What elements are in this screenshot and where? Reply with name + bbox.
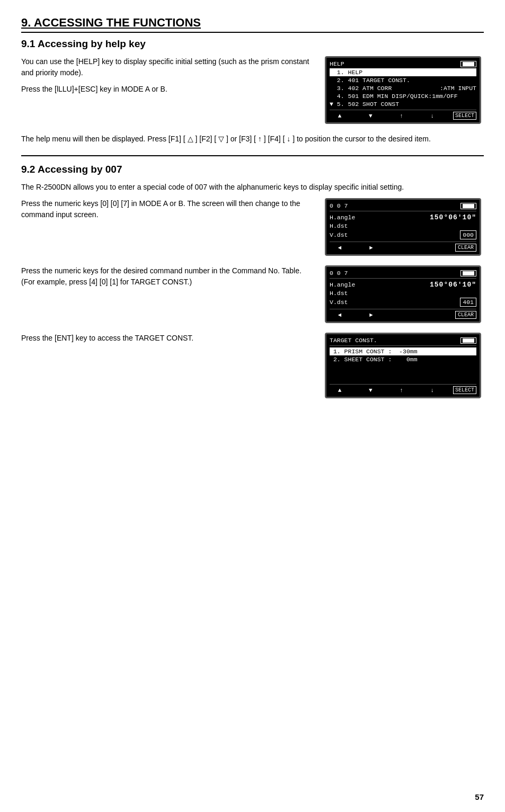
divider3 xyxy=(330,345,476,346)
target-const-footer: ▲ ▼ ↑ ↓ SELECT xyxy=(330,384,476,394)
btn-empty-1 xyxy=(392,245,412,251)
target-btn-select[interactable]: SELECT xyxy=(453,386,476,394)
page-number: 57 xyxy=(475,792,484,801)
screen-007-empty-title: 0 0 7 xyxy=(330,202,348,209)
target-const-header: TARGET CONST. xyxy=(330,337,476,344)
section-9-1-para3: The help menu will then be displayed. Pr… xyxy=(21,133,484,145)
section-9-1-para2: Press the [lLLU]+[ESC] key in MODE A or … xyxy=(21,84,314,95)
section-9-2-row2: Press the numeric keys for the desired c… xyxy=(21,265,484,323)
target-const-item-1: 1. PRISM CONST : -30mm xyxy=(330,347,476,355)
help-btn-down2[interactable]: ↓ xyxy=(422,113,442,119)
help-screen-title: HELP xyxy=(330,60,344,67)
section-9-2-text2: Press the numeric keys for the desired c… xyxy=(21,265,325,293)
screen-007-row-hdst: H.dst xyxy=(330,222,476,230)
section-9-2-text1: Press the numeric keys [0] [0] [7] in MO… xyxy=(21,198,325,226)
screen-007-row-hangle: H.angle 150°06′10″ xyxy=(330,213,476,222)
battery-icon-4 xyxy=(460,337,476,344)
screen-007-empty-vdst-box: 000 xyxy=(460,230,476,239)
screen-007-401: 0 0 7 H.angle 150°06′10″ H.dst V.dst 401 xyxy=(325,265,481,323)
screen-007-401-footer: ◄ ► CLEAR xyxy=(330,309,476,319)
help-screen-container: HELP 1. HELP 2. 401 TARGET CONST. 3. 402… xyxy=(325,56,484,124)
section-divider xyxy=(21,155,484,156)
screen-007-empty: 0 0 7 H.angle 150°06′10″ H.dst V.dst 000 xyxy=(325,198,481,256)
screen-007-empty-container: 0 0 7 H.angle 150°06′10″ H.dst V.dst 000 xyxy=(325,198,484,256)
screen-007-401-vdst-box: 401 xyxy=(460,298,476,307)
btn-right-2[interactable]: ► xyxy=(361,312,381,318)
btn-empty-2 xyxy=(424,245,444,251)
target-const-screen-container: TARGET CONST. 1. PRISM CONST : -30mm 2. … xyxy=(325,333,484,398)
screen-007-401-row-hdst: H.dst xyxy=(330,289,476,297)
screen-007-401-container: 0 0 7 H.angle 150°06′10″ H.dst V.dst 401 xyxy=(325,265,484,323)
help-btn-down[interactable]: ▼ xyxy=(360,113,380,119)
help-screen-header: HELP xyxy=(330,60,476,67)
help-item-3: 3. 402 ATM CORR :ATM INPUT xyxy=(330,84,476,92)
btn-right-1[interactable]: ► xyxy=(361,245,381,251)
screen-007-401-header: 0 0 7 xyxy=(330,270,476,276)
btn-empty-3 xyxy=(392,312,412,318)
target-const-spacer xyxy=(330,363,476,373)
target-btn-down[interactable]: ▼ xyxy=(360,387,380,394)
target-const-item-2: 2. SHEET CONST : 0mm xyxy=(330,355,476,363)
target-const-spacer2 xyxy=(330,373,476,382)
chapter-title: 9. ACCESSING THE FUNCTIONS xyxy=(21,16,484,33)
section-9-2-para2: Press the numeric keys [0] [0] [7] in MO… xyxy=(21,198,314,220)
screen-007-empty-header: 0 0 7 xyxy=(330,202,476,209)
btn-clear-1[interactable]: CLEAR xyxy=(455,244,476,252)
target-btn-up[interactable]: ▲ xyxy=(330,387,350,394)
section-9-2-row3: Press the [ENT] key to access the TARGET… xyxy=(21,333,484,398)
battery-icon xyxy=(460,61,476,67)
help-screen-footer: ▲ ▼ ↑ ↓ SELECT xyxy=(330,110,476,120)
help-btn-up2[interactable]: ↑ xyxy=(391,113,411,119)
section-9-1-para1: You can use the [HELP] key to display sp… xyxy=(21,56,314,78)
screen-007-empty-footer: ◄ ► CLEAR xyxy=(330,242,476,252)
screen-007-row-vdst: V.dst 000 xyxy=(330,230,476,240)
section-9-2-para4: Press the [ENT] key to access the TARGET… xyxy=(21,333,314,344)
btn-left-2[interactable]: ◄ xyxy=(330,312,350,318)
screen-007-401-row-vdst: V.dst 401 xyxy=(330,297,476,307)
btn-left-1[interactable]: ◄ xyxy=(330,245,350,251)
section-9-2-title: 9.2 Accessing by 007 xyxy=(21,164,484,175)
screen-007-401-title: 0 0 7 xyxy=(330,270,348,276)
target-const-title: TARGET CONST. xyxy=(330,337,377,344)
divider xyxy=(330,211,476,211)
section-9-1-content: You can use the [HELP] key to display sp… xyxy=(21,56,484,124)
screen-007-401-row-hangle: H.angle 150°06′10″ xyxy=(330,280,476,289)
help-item-2: 2. 401 TARGET CONST. xyxy=(330,76,476,84)
help-screen: HELP 1. HELP 2. 401 TARGET CONST. 3. 402… xyxy=(325,56,481,124)
help-btn-up[interactable]: ▲ xyxy=(330,113,350,119)
section-9-1-title: 9.1 Accessing by help key xyxy=(21,38,484,50)
section-9-1: 9.1 Accessing by help key You can use th… xyxy=(21,38,484,145)
help-btn-select[interactable]: SELECT xyxy=(453,112,476,120)
battery-icon-3 xyxy=(460,270,476,276)
section-9-2-para1: The R-2500DN allows you to enter a speci… xyxy=(21,182,484,193)
target-const-screen: TARGET CONST. 1. PRISM CONST : -30mm 2. … xyxy=(325,333,481,398)
btn-empty-4 xyxy=(424,312,444,318)
section-9-1-text: You can use the [HELP] key to display sp… xyxy=(21,56,325,100)
help-item-5: ▼ 5. 502 SHOT CONST xyxy=(330,100,476,108)
help-item-4: 4. 501 EDM MIN DISP/QUICK:1mm/OFF xyxy=(330,92,476,100)
section-9-2-row1: Press the numeric keys [0] [0] [7] in MO… xyxy=(21,198,484,256)
section-9-2: 9.2 Accessing by 007 The R-2500DN allows… xyxy=(21,164,484,398)
section-9-2-para3: Press the numeric keys for the desired c… xyxy=(21,265,314,288)
battery-icon-2 xyxy=(460,203,476,209)
target-btn-down2[interactable]: ↓ xyxy=(422,387,442,394)
divider2 xyxy=(330,278,476,279)
target-btn-up2[interactable]: ↑ xyxy=(391,387,411,394)
btn-clear-2[interactable]: CLEAR xyxy=(455,311,476,319)
section-9-2-text3: Press the [ENT] key to access the TARGET… xyxy=(21,333,325,349)
help-item-1: 1. HELP xyxy=(330,68,476,76)
